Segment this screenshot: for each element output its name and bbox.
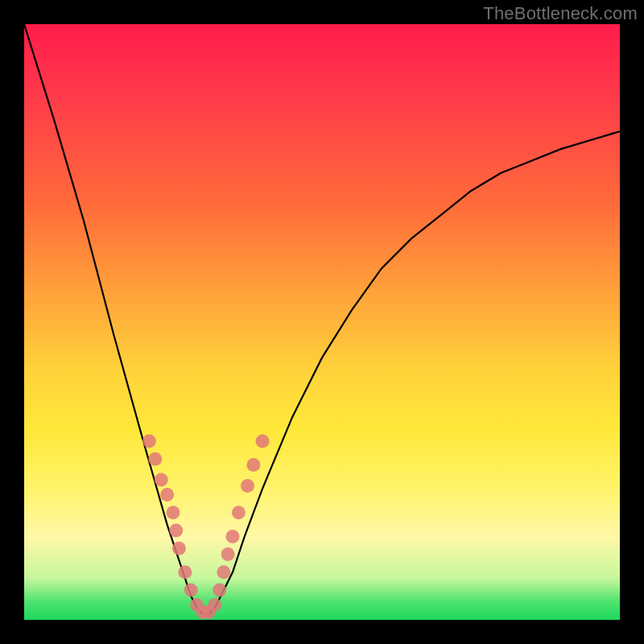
marker-point (169, 524, 183, 538)
bottleneck-curve (24, 24, 620, 614)
marker-group (142, 435, 270, 619)
marker-point (221, 547, 235, 561)
marker-point (217, 565, 230, 579)
marker-point (172, 542, 186, 555)
marker-point (155, 473, 168, 487)
marker-point (148, 452, 162, 466)
marker-point (226, 530, 240, 543)
watermark-text: TheBottleneck.com (483, 3, 638, 24)
marker-point (256, 435, 270, 448)
marker-point (167, 506, 180, 519)
curve-line (24, 24, 620, 614)
marker-point (246, 458, 260, 472)
marker-point (178, 565, 192, 579)
marker-point (241, 479, 254, 493)
marker-point (142, 435, 156, 448)
marker-point (208, 598, 221, 612)
chart-frame: TheBottleneck.com (0, 0, 644, 644)
marker-point (213, 584, 226, 597)
marker-point (160, 488, 174, 502)
curve-overlay (24, 24, 620, 620)
marker-point (232, 506, 246, 519)
marker-point (184, 584, 198, 597)
